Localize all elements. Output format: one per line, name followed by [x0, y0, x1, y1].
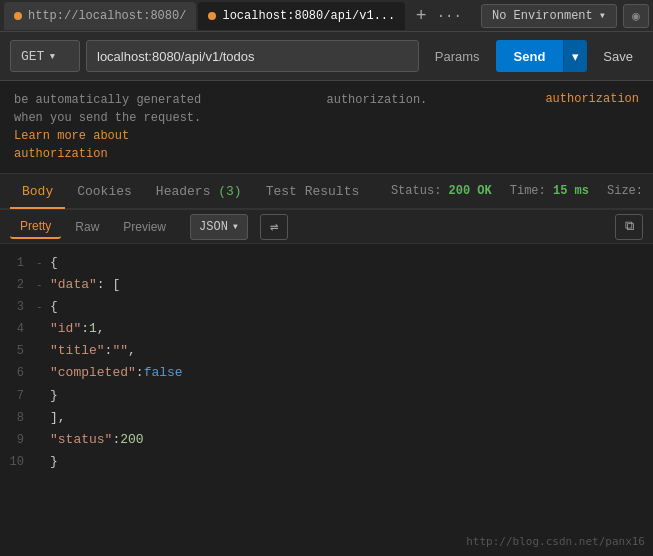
wrap-icon: ⇌ — [270, 218, 278, 235]
code-token: "" — [112, 340, 128, 362]
line-number: 1 — [6, 253, 36, 273]
save-button[interactable]: Save — [593, 40, 643, 72]
line-number: 6 — [6, 363, 36, 383]
tab-test-results-label: Test Results — [266, 184, 360, 199]
line-toggle[interactable]: - — [36, 254, 46, 273]
code-token: , — [97, 318, 105, 340]
code-token: { — [50, 296, 58, 318]
env-dropdown[interactable]: No Environment ▾ — [481, 4, 617, 28]
time-value: 15 ms — [553, 184, 589, 198]
code-line: 3- { — [0, 296, 653, 318]
auth-mid-text: authorization. — [207, 91, 520, 109]
code-token: : [ — [97, 274, 120, 296]
tab-test-results[interactable]: Test Results — [254, 176, 372, 209]
code-line: 6 "completed": false — [0, 362, 653, 384]
code-line: 10 } — [0, 451, 653, 473]
learn-more-label: Learn more about — [14, 129, 129, 143]
tab-body[interactable]: Body — [10, 176, 65, 209]
method-select[interactable]: GET ▾ — [10, 40, 80, 72]
send-button-group: Send ▾ — [496, 40, 588, 72]
code-token: "id" — [50, 318, 81, 340]
line-number: 7 — [6, 386, 36, 406]
line-number: 8 — [6, 408, 36, 428]
preview-button[interactable]: Preview — [113, 216, 176, 238]
code-token: "title" — [50, 340, 105, 362]
send-dropdown-button[interactable]: ▾ — [563, 40, 587, 72]
code-area[interactable]: 1-{2- "data": [3- {4 "id": 1,5 "title": … — [0, 244, 653, 556]
status-value: 200 OK — [449, 184, 492, 198]
line-number: 5 — [6, 341, 36, 361]
line-number: 4 — [6, 319, 36, 339]
pretty-button[interactable]: Pretty — [10, 215, 61, 239]
tab-cookies-label: Cookies — [77, 184, 132, 199]
tab-dot-2 — [208, 12, 216, 20]
env-dropdown-label: No Environment — [492, 9, 593, 23]
browser-tabs-bar: http://localhost:8080/ localhost:8080/ap… — [0, 0, 653, 32]
method-chevron-icon: ▾ — [48, 48, 56, 64]
method-label: GET — [21, 49, 44, 64]
tab-headers[interactable]: Headers (3) — [144, 176, 254, 209]
eye-icon: ◉ — [632, 8, 640, 24]
view-controls: Pretty Raw Preview JSON ▾ ⇌ ⧉ — [0, 210, 653, 244]
code-token: , — [128, 340, 136, 362]
code-token: false — [144, 362, 183, 384]
tab-cookies[interactable]: Cookies — [65, 176, 144, 209]
tab-2-label: localhost:8080/api/v1... — [222, 9, 395, 23]
chevron-down-icon: ▾ — [599, 8, 606, 23]
raw-button[interactable]: Raw — [65, 216, 109, 238]
url-input[interactable] — [86, 40, 419, 72]
response-tabs: Body Cookies Headers (3) Test Results St… — [0, 174, 653, 210]
code-line: 4 "id": 1, — [0, 318, 653, 340]
tab-body-label: Body — [22, 184, 53, 199]
code-token: } — [50, 385, 58, 407]
code-line: 9 "status": 200 — [0, 429, 653, 451]
code-token: : — [136, 362, 144, 384]
send-button[interactable]: Send — [496, 40, 564, 72]
size-label: Size: — [607, 184, 643, 198]
format-chevron-icon: ▾ — [232, 219, 239, 234]
request-bar: GET ▾ Params Send ▾ Save — [0, 32, 653, 81]
auth-generated-text: be automatically generated when you send… — [14, 93, 201, 125]
tab-1[interactable]: http://localhost:8080/ — [4, 2, 196, 30]
code-line: 8 ], — [0, 407, 653, 429]
more-tabs-button[interactable]: ··· — [435, 2, 463, 30]
auth-mid-label: authorization. — [327, 93, 428, 107]
copy-icon: ⧉ — [625, 219, 634, 234]
format-select[interactable]: JSON ▾ — [190, 214, 248, 240]
auth-right-link[interactable]: authorization — [545, 92, 639, 106]
response-status: Status: 200 OK Time: 15 ms Size: — [391, 184, 643, 198]
tab-1-label: http://localhost:8080/ — [28, 9, 186, 23]
auth-right: authorization — [519, 91, 639, 106]
code-token: "status" — [50, 429, 112, 451]
format-label: JSON — [199, 220, 228, 234]
watermark: http://blog.csdn.net/panx16 — [466, 535, 645, 548]
env-selector: No Environment ▾ ◉ — [481, 4, 649, 28]
tab-headers-label: Headers — [156, 184, 218, 199]
code-token: } — [50, 451, 58, 473]
params-button[interactable]: Params — [425, 40, 490, 72]
code-line: 1-{ — [0, 252, 653, 274]
auth-section: be automatically generated when you send… — [0, 81, 653, 174]
code-line: 5 "title": "", — [0, 340, 653, 362]
code-line: 2- "data": [ — [0, 274, 653, 296]
copy-button[interactable]: ⧉ — [615, 214, 643, 240]
learn-more-link[interactable]: Learn more about authorization — [14, 129, 129, 161]
code-token: 1 — [89, 318, 97, 340]
line-number: 2 — [6, 275, 36, 295]
code-token: : — [112, 429, 120, 451]
code-token: 200 — [120, 429, 143, 451]
line-toggle[interactable]: - — [36, 276, 46, 295]
line-number: 10 — [6, 452, 36, 472]
line-number: 9 — [6, 430, 36, 450]
new-tab-button[interactable]: + — [407, 2, 435, 30]
authorization-link-label: authorization — [14, 147, 108, 161]
tab-dot-1 — [14, 12, 22, 20]
code-token: : — [81, 318, 89, 340]
wrap-button[interactable]: ⇌ — [260, 214, 288, 240]
line-toggle[interactable]: - — [36, 298, 46, 317]
tab-2[interactable]: localhost:8080/api/v1... — [198, 2, 405, 30]
auth-left-text: be automatically generated when you send… — [14, 91, 207, 163]
code-token: { — [50, 252, 58, 274]
time-label: Time: 15 ms — [510, 184, 589, 198]
env-eye-button[interactable]: ◉ — [623, 4, 649, 28]
